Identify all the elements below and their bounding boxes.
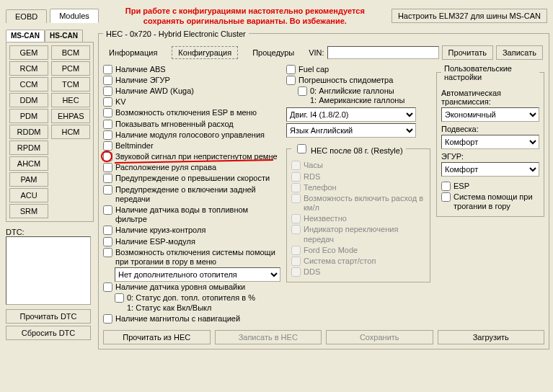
- dtc-label: DTC:: [6, 228, 94, 236]
- module-gem[interactable]: GEM: [9, 45, 48, 60]
- module-ccm[interactable]: CCM: [9, 77, 48, 92]
- module-col-2: BCMPCMTCMHECEHPASHCM: [51, 45, 90, 218]
- language-combo[interactable]: Язык Английский: [286, 123, 416, 138]
- tab-mscan[interactable]: MS-CAN: [6, 30, 45, 42]
- write-button[interactable]: Записать: [496, 45, 543, 60]
- tab-modules[interactable]: Modules: [50, 9, 99, 23]
- option-checkbox[interactable]: [103, 248, 112, 257]
- module-bcm[interactable]: BCM: [51, 45, 90, 60]
- option-checkbox[interactable]: [286, 65, 296, 74]
- option-checkbox: [291, 225, 301, 234]
- module-acu[interactable]: ACU: [9, 188, 48, 202]
- config-option: Телефон: [291, 182, 425, 193]
- tab-hscan[interactable]: HS-CAN: [45, 30, 83, 42]
- read-button[interactable]: Прочитать: [442, 45, 493, 60]
- option-checkbox[interactable]: [103, 141, 112, 151]
- option-checkbox[interactable]: [103, 205, 112, 215]
- write-to-hec-button[interactable]: Записать в HEC: [215, 330, 322, 344]
- option-checkbox[interactable]: [103, 120, 112, 129]
- panel-title: HEC - 0x720 - Hybrid Electronic Cluster: [103, 30, 249, 38]
- config-option: Наличие модуля голосового управления: [103, 130, 280, 141]
- option-checkbox[interactable]: [103, 185, 112, 195]
- read-from-hec-button[interactable]: Прочитать из HEC: [103, 330, 211, 344]
- module-ahcm[interactable]: AHCM: [9, 156, 48, 171]
- config-option: Наличие датчика воды в топливном фильтре: [103, 205, 280, 225]
- save-button[interactable]: Сохранить: [326, 330, 433, 344]
- restyle-checkbox[interactable]: [297, 144, 306, 153]
- config-option: Beltminder: [103, 141, 280, 151]
- esp-checkbox[interactable]: [441, 182, 451, 191]
- config-option: Погрешность спидометра: [286, 75, 430, 86]
- config-option: DDS: [291, 267, 425, 277]
- tab-config[interactable]: Конфигурация: [172, 46, 238, 59]
- option-checkbox[interactable]: [286, 76, 296, 85]
- config-option: Часы: [291, 160, 425, 171]
- option-checkbox[interactable]: [103, 282, 112, 292]
- engine-combo[interactable]: Двиг. I4 (1.8/2.0): [286, 107, 416, 122]
- module-hcm[interactable]: HCM: [51, 125, 90, 139]
- dtc-listbox[interactable]: [6, 236, 91, 305]
- egur-label: ЭГУР:: [441, 152, 539, 161]
- config-option: Наличие круиз-контроля: [103, 225, 280, 236]
- module-srm[interactable]: SRM: [9, 204, 48, 218]
- module-ddm[interactable]: DDM: [9, 93, 48, 107]
- load-button[interactable]: Загрузить: [438, 330, 545, 344]
- trans-combo[interactable]: Экономичный: [441, 107, 539, 122]
- option-checkbox[interactable]: [115, 293, 124, 303]
- module-ehpas[interactable]: EHPAS: [51, 109, 90, 123]
- config-option: Предупреждение о превышении скорости: [103, 173, 280, 184]
- module-hec[interactable]: HEC: [51, 93, 90, 107]
- option-checkbox[interactable]: [103, 130, 112, 140]
- module-rcm[interactable]: RCM: [9, 61, 48, 76]
- tab-eobd[interactable]: EOBD: [6, 9, 47, 23]
- module-pam[interactable]: PAM: [9, 172, 48, 187]
- config-option: Наличие ESP-модуля: [103, 236, 280, 247]
- tab-procedures[interactable]: Процедуры: [247, 47, 300, 58]
- option-checkbox[interactable]: [298, 86, 307, 96]
- option-checkbox: [291, 172, 301, 182]
- read-dtc-button[interactable]: Прочитать DTC: [6, 309, 91, 324]
- module-tcm[interactable]: TCM: [51, 77, 90, 92]
- reset-dtc-button[interactable]: Сбросить DTC: [6, 326, 91, 340]
- tab-info[interactable]: Информация: [103, 47, 163, 58]
- module-rpdm[interactable]: RPDM: [9, 141, 48, 155]
- susp-combo[interactable]: Комфорт: [441, 135, 539, 149]
- option-checkbox: [291, 183, 301, 192]
- option-checkbox[interactable]: [103, 97, 112, 107]
- option-checkbox[interactable]: [103, 226, 112, 235]
- configure-elm-button[interactable]: Настроить ELM327 для шины MS-CAN: [391, 9, 547, 23]
- config-option: Возможность отключения ESP в меню: [103, 107, 280, 118]
- option-checkbox[interactable]: [103, 174, 112, 183]
- hillassist-checkbox[interactable]: [441, 192, 451, 202]
- heater-combo[interactable]: Нет дополнительного отопителя: [115, 267, 280, 282]
- config-option: Наличие датчика уровня омывайки: [103, 282, 280, 293]
- config-option: Система старт/стоп: [291, 256, 425, 267]
- susp-label: Подвеска:: [441, 125, 539, 133]
- warning-text: При работе с конфигурациями настоятельно…: [102, 6, 389, 27]
- egur-combo[interactable]: Комфорт: [441, 162, 539, 177]
- module-panel: HEC - 0x720 - Hybrid Electronic Cluster …: [98, 30, 549, 349]
- config-option: Возможность отключения системы помощи пр…: [103, 247, 280, 267]
- module-col-1: GEMRCMCCMDDMPDMRDDMRPDMAHCMPAMACUSRM: [9, 45, 48, 218]
- option-checkbox[interactable]: [103, 76, 112, 85]
- config-option: Звуковой сигнал при непристегнутом ремне: [103, 151, 280, 162]
- config-option: Наличие ЭГУР: [103, 75, 280, 86]
- trans-label: Автоматическая трансмиссия:: [441, 89, 539, 106]
- config-option: Возможность включить расход в км/л: [291, 193, 425, 213]
- option-checkbox: [291, 257, 301, 266]
- option-checkbox[interactable]: [103, 65, 112, 74]
- config-option: Наличие магнитолы с навигацией: [103, 313, 280, 324]
- option-checkbox[interactable]: [103, 237, 112, 246]
- module-rddm[interactable]: RDDM: [9, 125, 48, 139]
- config-option: Предупреждение о включении задней переда…: [103, 184, 280, 205]
- module-pcm[interactable]: PCM: [51, 61, 90, 76]
- config-option: KV: [103, 97, 280, 107]
- option-checkbox[interactable]: [103, 152, 112, 161]
- option-checkbox[interactable]: [103, 163, 112, 172]
- option-checkbox[interactable]: [103, 86, 112, 96]
- option-checkbox[interactable]: [103, 314, 112, 324]
- vin-input[interactable]: [327, 46, 439, 59]
- option-checkbox[interactable]: [103, 108, 112, 117]
- module-pdm[interactable]: PDM: [9, 109, 48, 123]
- config-option: 0: Английские галлоны 1: Американские га…: [298, 86, 430, 106]
